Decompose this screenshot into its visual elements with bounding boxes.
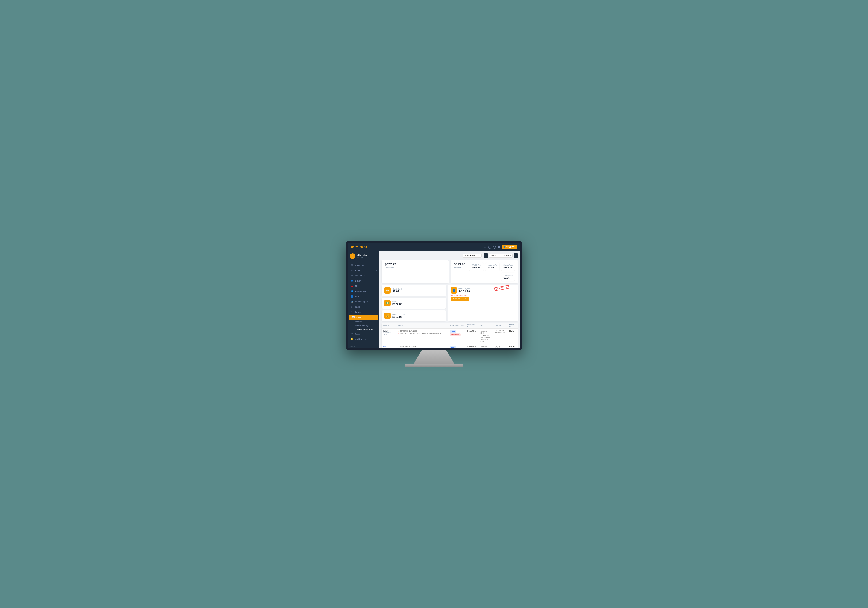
logo-text: Ride United bbox=[357, 254, 368, 257]
sidebar-item-zones[interactable]: ℹ Zones bbox=[348, 309, 379, 315]
fares-icon: ℹ bbox=[350, 306, 353, 308]
notifications-icon: 🔔 bbox=[350, 338, 353, 341]
row1-date: 30/08/2023 1807 bbox=[383, 332, 395, 335]
total-fee-value: $313.96 bbox=[454, 262, 465, 266]
row2-id: off-#01289232 bbox=[383, 345, 395, 348]
row1-pickup-coords: 32.775758, -117172182 bbox=[400, 330, 417, 332]
sidebar-item-operations[interactable]: ⚙ Operations bbox=[348, 273, 379, 278]
topbar-datetime: 09/21 20:33 bbox=[351, 246, 367, 249]
sidebar-label-support: Support bbox=[355, 333, 362, 335]
kpis-arrow: ▾ bbox=[374, 316, 375, 318]
support-arrow: › bbox=[376, 333, 377, 335]
fee-processing: Processing... $0.35 bbox=[501, 272, 515, 281]
operations-icon: ⚙ bbox=[350, 274, 353, 277]
fee-insurance-value: $0.00 bbox=[488, 266, 497, 269]
total-intake-card: $627.73 Total Intake bbox=[381, 260, 449, 283]
fee-utwsd-label: UTWSD Fees bbox=[471, 264, 481, 266]
row2-fee: Insurance: $0.00UTWSD: $0.44Service: $0.… bbox=[480, 345, 491, 348]
col-header-fee: FEE bbox=[479, 323, 493, 329]
sidebar-item-kpis[interactable]: 📊 KPIs ▾ bbox=[349, 315, 378, 320]
sidebar-label-notifications: Notifications bbox=[355, 338, 366, 341]
topbar-right: ☷ ◯ ◯ ⚙ 👤 Ride United Admin bbox=[484, 245, 517, 249]
sidebar-item-rides[interactable]: ✂ Rides › bbox=[348, 268, 379, 273]
user-badge[interactable]: 👤 Ride United Admin bbox=[502, 245, 517, 249]
sidebar-label-fleet: Fleet bbox=[355, 285, 360, 287]
driver-earnings-label: Driver Earnings bbox=[392, 313, 405, 315]
cash-payment: 💵 Cash $622.06 bbox=[381, 298, 446, 308]
sidebar-item-notifications[interactable]: 🔔 Notifications bbox=[348, 337, 379, 342]
col-header-total: TOTAL FA bbox=[507, 323, 518, 329]
sidebar-label-fares: Fares bbox=[355, 306, 360, 308]
sidebar-item-drivers[interactable]: 👤 Drivers bbox=[348, 278, 379, 283]
fee-insurance: Insurance F... $0.00 bbox=[485, 262, 499, 271]
date-prev-btn[interactable]: ‹ bbox=[484, 253, 488, 258]
sidebar-item-fares[interactable]: ℹ Fares bbox=[348, 304, 379, 309]
sidebar-item-vehicle-types[interactable]: 🚙 Vehicle Types bbox=[348, 299, 379, 304]
dropoff-dot: ● bbox=[398, 333, 400, 334]
sidebar: RU Ride United kdcdoluw ⊞ Dashboard ✂ bbox=[348, 251, 379, 348]
sidebar-label-drivers: Drivers bbox=[355, 280, 362, 282]
bell-icon[interactable]: ◯ bbox=[488, 246, 491, 249]
payment-row: 💳 Credit Card $5.67 💵 Cash $6 bbox=[381, 285, 518, 321]
fee-service: Service Fees $157.06 bbox=[501, 262, 515, 271]
row1-extras: Toll Fare: $0Airport: $2.98 bbox=[495, 330, 506, 333]
sidebar-item-staff[interactable]: 👤 Staff bbox=[348, 294, 379, 299]
sidebar-label-kpis: KPIs bbox=[356, 316, 361, 319]
sidebar-item-fleet[interactable]: 🚗 Fleet bbox=[348, 283, 379, 289]
cash-label: Cash bbox=[392, 301, 402, 303]
vehicle-types-icon: 🚙 bbox=[350, 300, 353, 303]
sidebar-logo: RU Ride United kdcdoluw bbox=[348, 251, 379, 261]
monitor-stand bbox=[414, 350, 454, 364]
user-role: Admin bbox=[506, 247, 515, 249]
settings-icon[interactable]: ⚙ bbox=[498, 246, 500, 249]
sidebar-item-drivers-settlements[interactable]: Drivers Settlements bbox=[353, 328, 379, 331]
row1-created-by: Driver Meter bbox=[465, 329, 479, 344]
document-icon[interactable]: ☷ bbox=[484, 246, 487, 249]
col-header-payment: PAYMENT/STATUS bbox=[448, 323, 465, 329]
rides-arrow: › bbox=[376, 269, 377, 271]
row1-total: $6.01 bbox=[507, 329, 518, 344]
kpis-icon: 📊 bbox=[352, 316, 355, 319]
driver-clear-icon[interactable]: ✕ bbox=[478, 255, 480, 257]
sidebar-item-overview[interactable]: Overview bbox=[353, 320, 379, 324]
date-text: 25/08/2023 - 31/08/2023 bbox=[489, 254, 513, 258]
driver-earnings-value: $312.92 bbox=[392, 315, 405, 319]
date-next-btn[interactable]: › bbox=[513, 253, 518, 258]
driver-earnings-icon: 💰 bbox=[384, 313, 391, 319]
credit-card-payment: 💳 Credit Card $5.67 bbox=[381, 285, 446, 296]
fee-insurance-label: Insurance F... bbox=[488, 264, 497, 266]
fleet-icon: 🚗 bbox=[350, 285, 353, 287]
credit-card-value: $5.67 bbox=[392, 290, 401, 293]
dashboard-icon: ⊞ bbox=[350, 264, 353, 266]
col-header-iddids: ID/DIDS bbox=[381, 323, 397, 329]
driver-select[interactable]: Talha Bukhari ✕ bbox=[463, 253, 482, 258]
topbar: 09/21 20:33 ☷ ◯ ◯ ⚙ 👤 Ride United Admin bbox=[348, 243, 520, 251]
support-icon: ? bbox=[350, 333, 353, 335]
stats-row: $627.73 Total Intake $313.96 Total Fee bbox=[381, 260, 518, 283]
pickup-dot: ● bbox=[398, 330, 400, 332]
sidebar-item-dashboard[interactable]: ⊞ Dashboard bbox=[348, 263, 379, 268]
row1-payment-type: Cash bbox=[450, 330, 456, 333]
rides-icon: ✂ bbox=[350, 269, 353, 272]
sidebar-item-support[interactable]: ? Support › bbox=[348, 331, 379, 337]
total-fee-label: Total Fee bbox=[454, 266, 465, 269]
row2-total: $20.92 bbox=[507, 344, 518, 348]
user-name: Ride United bbox=[506, 246, 515, 247]
sidebar-label-vehicle-types: Vehicle Types bbox=[355, 301, 367, 303]
sidebar-version: v1.0.02 bbox=[348, 344, 379, 348]
payable-icon: 👤 bbox=[451, 287, 457, 294]
payable-value: $-308.29 bbox=[459, 290, 470, 293]
total-intake-value: $627.73 bbox=[385, 262, 446, 266]
driver-payable-card: 👤 Driver Payable $-308.29 UNSETTLED Ride… bbox=[448, 285, 518, 321]
sidebar-label-operations: Operations bbox=[355, 275, 365, 277]
fee-service-label: Service Fees bbox=[504, 264, 513, 266]
sidebar-item-drivers-earnings[interactable]: Drivers Earnings bbox=[353, 324, 379, 328]
sidebar-item-passengers[interactable]: 👥 Passengers bbox=[348, 289, 379, 294]
row1-id: Istlal9 bbox=[383, 330, 395, 332]
alert-icon[interactable]: ◯ bbox=[493, 246, 496, 249]
credit-card-label: Credit Card bbox=[392, 288, 401, 290]
settle-payments-btn[interactable]: Settle Payments bbox=[451, 297, 469, 301]
main-content: Talha Bukhari ✕ ‹ 25/08/2023 - 31/08/202… bbox=[379, 251, 520, 348]
sidebar-nav: ⊞ Dashboard ✂ Rides › ⚙ Operations bbox=[348, 261, 379, 344]
col-header-pudo: PU/DO bbox=[397, 323, 448, 329]
